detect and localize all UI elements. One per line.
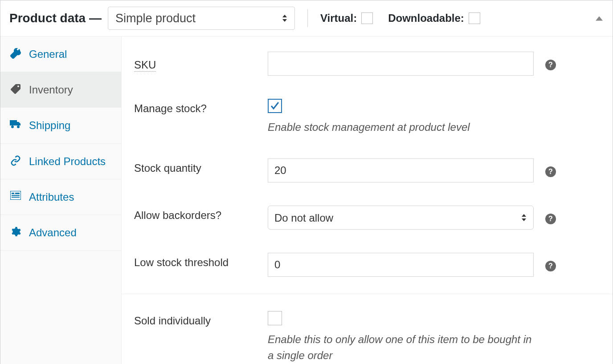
low-stock-threshold-label: Low stock threshold	[134, 253, 268, 269]
svg-point-1	[17, 125, 20, 128]
link-icon	[9, 155, 22, 166]
tab-inventory[interactable]: Inventory	[0, 72, 121, 108]
tab-attributes[interactable]: Attributes	[0, 179, 121, 215]
gear-icon	[9, 226, 22, 237]
sold-individually-desc: Enable this to only allow one of this it…	[268, 332, 534, 364]
svg-point-0	[11, 125, 14, 128]
svg-rect-4	[15, 193, 20, 194]
sku-row: SKU ?	[134, 40, 600, 87]
product-data-tabs: General Inventory Shipping	[0, 36, 122, 364]
sku-input[interactable]	[268, 52, 534, 76]
stock-quantity-input[interactable]	[268, 158, 534, 182]
downloadable-option[interactable]: Downloadable:	[388, 12, 480, 24]
stock-quantity-row: Stock quantity ?	[134, 147, 600, 194]
svg-rect-5	[12, 195, 20, 196]
tab-shipping[interactable]: Shipping	[0, 108, 121, 143]
help-icon: ?	[545, 60, 556, 70]
tab-linked-products[interactable]: Linked Products	[0, 144, 121, 179]
list-icon	[9, 191, 22, 200]
low-stock-threshold-row: Low stock threshold ?	[134, 241, 600, 288]
stock-quantity-help[interactable]: ?	[545, 165, 556, 177]
allow-backorders-row: Allow backorders? Do not allow ?	[134, 194, 600, 241]
truck-icon	[9, 119, 22, 129]
tab-shipping-label: Shipping	[29, 118, 112, 132]
tab-inventory-label: Inventory	[29, 83, 112, 97]
divider	[307, 9, 308, 27]
sold-individually-checkbox[interactable]	[268, 311, 282, 325]
collapse-toggle-icon[interactable]	[595, 12, 604, 24]
sku-help[interactable]: ?	[545, 58, 556, 70]
wrench-icon	[9, 48, 22, 59]
sold-individually-row: Sold individually Enable this to only al…	[134, 299, 600, 364]
svg-rect-3	[12, 193, 14, 194]
allow-backorders-help[interactable]: ?	[545, 212, 556, 224]
panel-header: Product data — Simple product Virtual: D…	[0, 0, 613, 36]
virtual-checkbox[interactable]	[361, 12, 373, 24]
downloadable-label: Downloadable:	[388, 12, 464, 24]
allow-backorders-label: Allow backorders?	[134, 206, 268, 222]
product-type-select[interactable]: Simple product	[108, 7, 295, 30]
sku-label: SKU	[134, 55, 156, 72]
help-icon: ?	[545, 214, 556, 224]
tab-general-label: General	[29, 47, 112, 61]
downloadable-checkbox[interactable]	[469, 12, 480, 24]
panel-title: Product data —	[9, 11, 102, 25]
low-stock-threshold-input[interactable]	[268, 253, 534, 277]
product-data-panel: Product data — Simple product Virtual: D…	[0, 0, 613, 364]
tab-advanced-label: Advanced	[29, 226, 112, 239]
tab-advanced[interactable]: Advanced	[0, 215, 121, 251]
low-stock-threshold-help[interactable]: ?	[545, 259, 556, 271]
tag-icon	[9, 84, 22, 94]
svg-rect-6	[12, 197, 20, 198]
help-icon: ?	[545, 261, 556, 271]
tab-general[interactable]: General	[0, 36, 121, 72]
virtual-label: Virtual:	[320, 12, 357, 24]
sold-individually-label: Sold individually	[134, 311, 268, 327]
manage-stock-label: Manage stock?	[134, 99, 268, 115]
product-type-select-wrap: Simple product	[108, 7, 295, 30]
help-icon: ?	[545, 166, 556, 177]
manage-stock-desc: Enable stock management at product level	[268, 119, 534, 135]
stock-quantity-label: Stock quantity	[134, 158, 268, 174]
section-divider	[122, 294, 613, 294]
allow-backorders-select[interactable]: Do not allow	[268, 206, 534, 230]
tab-attributes-label: Attributes	[29, 190, 112, 204]
manage-stock-row: Manage stock? Enable stock management at…	[134, 87, 600, 147]
virtual-option[interactable]: Virtual:	[320, 12, 373, 24]
panel-body: General Inventory Shipping	[0, 36, 613, 364]
tab-linked-products-label: Linked Products	[29, 154, 112, 168]
inventory-panel: SKU ? Manage stock? Enable stock managem…	[122, 36, 613, 364]
manage-stock-checkbox[interactable]	[268, 99, 282, 113]
